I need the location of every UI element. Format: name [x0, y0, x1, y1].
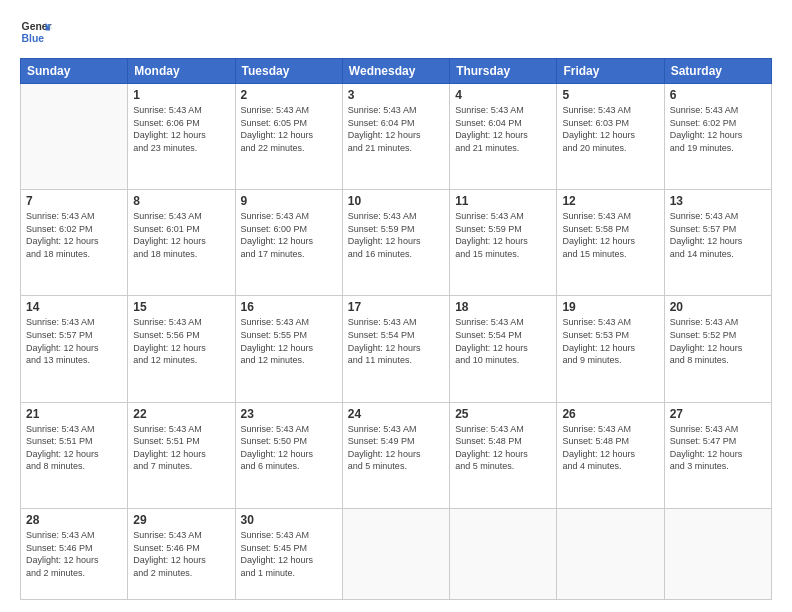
day-number: 28 [26, 513, 122, 527]
day-info: Sunrise: 5:43 AM Sunset: 5:52 PM Dayligh… [670, 316, 766, 366]
day-number: 17 [348, 300, 444, 314]
day-number: 9 [241, 194, 337, 208]
day-number: 22 [133, 407, 229, 421]
day-number: 5 [562, 88, 658, 102]
calendar-cell: 30Sunrise: 5:43 AM Sunset: 5:45 PM Dayli… [235, 508, 342, 599]
weekday-header-row: SundayMondayTuesdayWednesdayThursdayFrid… [21, 59, 772, 84]
page: General Blue SundayMondayTuesdayWednesda… [0, 0, 792, 612]
day-number: 26 [562, 407, 658, 421]
day-number: 18 [455, 300, 551, 314]
day-info: Sunrise: 5:43 AM Sunset: 5:46 PM Dayligh… [133, 529, 229, 579]
day-info: Sunrise: 5:43 AM Sunset: 6:06 PM Dayligh… [133, 104, 229, 154]
day-info: Sunrise: 5:43 AM Sunset: 5:48 PM Dayligh… [455, 423, 551, 473]
calendar-cell [21, 84, 128, 190]
calendar-week-row: 28Sunrise: 5:43 AM Sunset: 5:46 PM Dayli… [21, 508, 772, 599]
day-info: Sunrise: 5:43 AM Sunset: 5:54 PM Dayligh… [455, 316, 551, 366]
calendar-cell: 6Sunrise: 5:43 AM Sunset: 6:02 PM Daylig… [664, 84, 771, 190]
calendar-cell: 4Sunrise: 5:43 AM Sunset: 6:04 PM Daylig… [450, 84, 557, 190]
day-number: 23 [241, 407, 337, 421]
calendar-cell: 20Sunrise: 5:43 AM Sunset: 5:52 PM Dayli… [664, 296, 771, 402]
calendar-cell [664, 508, 771, 599]
calendar-cell: 11Sunrise: 5:43 AM Sunset: 5:59 PM Dayli… [450, 190, 557, 296]
weekday-header-thursday: Thursday [450, 59, 557, 84]
calendar-cell: 22Sunrise: 5:43 AM Sunset: 5:51 PM Dayli… [128, 402, 235, 508]
day-info: Sunrise: 5:43 AM Sunset: 5:48 PM Dayligh… [562, 423, 658, 473]
day-info: Sunrise: 5:43 AM Sunset: 6:04 PM Dayligh… [455, 104, 551, 154]
day-number: 3 [348, 88, 444, 102]
calendar-cell: 13Sunrise: 5:43 AM Sunset: 5:57 PM Dayli… [664, 190, 771, 296]
day-number: 12 [562, 194, 658, 208]
calendar-cell: 19Sunrise: 5:43 AM Sunset: 5:53 PM Dayli… [557, 296, 664, 402]
calendar-cell [557, 508, 664, 599]
day-info: Sunrise: 5:43 AM Sunset: 5:56 PM Dayligh… [133, 316, 229, 366]
day-info: Sunrise: 5:43 AM Sunset: 5:59 PM Dayligh… [348, 210, 444, 260]
calendar-cell: 5Sunrise: 5:43 AM Sunset: 6:03 PM Daylig… [557, 84, 664, 190]
day-number: 11 [455, 194, 551, 208]
calendar-cell: 29Sunrise: 5:43 AM Sunset: 5:46 PM Dayli… [128, 508, 235, 599]
day-info: Sunrise: 5:43 AM Sunset: 6:02 PM Dayligh… [26, 210, 122, 260]
weekday-header-tuesday: Tuesday [235, 59, 342, 84]
day-info: Sunrise: 5:43 AM Sunset: 6:05 PM Dayligh… [241, 104, 337, 154]
day-number: 14 [26, 300, 122, 314]
day-number: 29 [133, 513, 229, 527]
day-info: Sunrise: 5:43 AM Sunset: 5:50 PM Dayligh… [241, 423, 337, 473]
header: General Blue [20, 16, 772, 48]
day-info: Sunrise: 5:43 AM Sunset: 6:00 PM Dayligh… [241, 210, 337, 260]
calendar-week-row: 21Sunrise: 5:43 AM Sunset: 5:51 PM Dayli… [21, 402, 772, 508]
weekday-header-sunday: Sunday [21, 59, 128, 84]
calendar-cell [450, 508, 557, 599]
calendar-week-row: 7Sunrise: 5:43 AM Sunset: 6:02 PM Daylig… [21, 190, 772, 296]
day-number: 30 [241, 513, 337, 527]
calendar-cell: 26Sunrise: 5:43 AM Sunset: 5:48 PM Dayli… [557, 402, 664, 508]
day-number: 2 [241, 88, 337, 102]
weekday-header-saturday: Saturday [664, 59, 771, 84]
generalblue-logo-icon: General Blue [20, 16, 52, 48]
weekday-header-monday: Monday [128, 59, 235, 84]
calendar-cell: 23Sunrise: 5:43 AM Sunset: 5:50 PM Dayli… [235, 402, 342, 508]
day-info: Sunrise: 5:43 AM Sunset: 5:55 PM Dayligh… [241, 316, 337, 366]
calendar-cell: 17Sunrise: 5:43 AM Sunset: 5:54 PM Dayli… [342, 296, 449, 402]
calendar-cell: 25Sunrise: 5:43 AM Sunset: 5:48 PM Dayli… [450, 402, 557, 508]
day-info: Sunrise: 5:43 AM Sunset: 5:47 PM Dayligh… [670, 423, 766, 473]
svg-text:Blue: Blue [22, 33, 45, 44]
weekday-header-friday: Friday [557, 59, 664, 84]
day-info: Sunrise: 5:43 AM Sunset: 5:51 PM Dayligh… [26, 423, 122, 473]
day-number: 1 [133, 88, 229, 102]
day-info: Sunrise: 5:43 AM Sunset: 5:58 PM Dayligh… [562, 210, 658, 260]
calendar-cell: 1Sunrise: 5:43 AM Sunset: 6:06 PM Daylig… [128, 84, 235, 190]
day-number: 24 [348, 407, 444, 421]
day-info: Sunrise: 5:43 AM Sunset: 5:57 PM Dayligh… [670, 210, 766, 260]
day-info: Sunrise: 5:43 AM Sunset: 6:03 PM Dayligh… [562, 104, 658, 154]
calendar-cell: 27Sunrise: 5:43 AM Sunset: 5:47 PM Dayli… [664, 402, 771, 508]
day-number: 25 [455, 407, 551, 421]
calendar-cell: 21Sunrise: 5:43 AM Sunset: 5:51 PM Dayli… [21, 402, 128, 508]
calendar-cell: 15Sunrise: 5:43 AM Sunset: 5:56 PM Dayli… [128, 296, 235, 402]
day-number: 19 [562, 300, 658, 314]
calendar-cell: 7Sunrise: 5:43 AM Sunset: 6:02 PM Daylig… [21, 190, 128, 296]
calendar-cell: 28Sunrise: 5:43 AM Sunset: 5:46 PM Dayli… [21, 508, 128, 599]
day-number: 20 [670, 300, 766, 314]
day-number: 27 [670, 407, 766, 421]
day-info: Sunrise: 5:43 AM Sunset: 5:57 PM Dayligh… [26, 316, 122, 366]
day-info: Sunrise: 5:43 AM Sunset: 5:45 PM Dayligh… [241, 529, 337, 579]
day-info: Sunrise: 5:43 AM Sunset: 5:54 PM Dayligh… [348, 316, 444, 366]
day-number: 15 [133, 300, 229, 314]
logo: General Blue [20, 16, 52, 48]
day-number: 4 [455, 88, 551, 102]
day-number: 13 [670, 194, 766, 208]
calendar-cell: 16Sunrise: 5:43 AM Sunset: 5:55 PM Dayli… [235, 296, 342, 402]
day-info: Sunrise: 5:43 AM Sunset: 5:53 PM Dayligh… [562, 316, 658, 366]
day-number: 10 [348, 194, 444, 208]
calendar-cell: 9Sunrise: 5:43 AM Sunset: 6:00 PM Daylig… [235, 190, 342, 296]
calendar-cell: 3Sunrise: 5:43 AM Sunset: 6:04 PM Daylig… [342, 84, 449, 190]
day-number: 6 [670, 88, 766, 102]
calendar-cell [342, 508, 449, 599]
weekday-header-wednesday: Wednesday [342, 59, 449, 84]
day-info: Sunrise: 5:43 AM Sunset: 6:04 PM Dayligh… [348, 104, 444, 154]
day-info: Sunrise: 5:43 AM Sunset: 6:01 PM Dayligh… [133, 210, 229, 260]
day-number: 21 [26, 407, 122, 421]
day-number: 8 [133, 194, 229, 208]
calendar-cell: 8Sunrise: 5:43 AM Sunset: 6:01 PM Daylig… [128, 190, 235, 296]
calendar-cell: 24Sunrise: 5:43 AM Sunset: 5:49 PM Dayli… [342, 402, 449, 508]
calendar-table: SundayMondayTuesdayWednesdayThursdayFrid… [20, 58, 772, 600]
